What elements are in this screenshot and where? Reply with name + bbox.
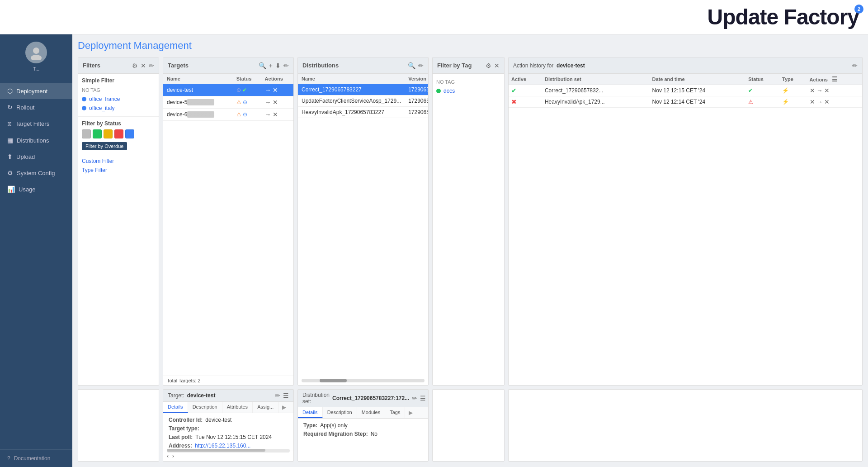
sidebar-item-distributions[interactable]: ▦ Distributions xyxy=(0,132,72,148)
france-dot xyxy=(82,97,86,101)
dist-version: 172906578322... xyxy=(405,107,428,118)
target-arrow-btn[interactable]: → xyxy=(265,86,271,94)
filters-settings-icon[interactable]: ⚙ xyxy=(132,62,138,69)
dist-name: HeavyInvalidApk_1729065783227 xyxy=(298,107,405,118)
custom-filter-link[interactable]: Custom Filter xyxy=(82,157,155,166)
status-red-btn[interactable] xyxy=(114,129,123,138)
distributions-edit-icon[interactable]: ✏ xyxy=(418,62,424,69)
docs-label: docs xyxy=(443,88,455,94)
col-status: Status xyxy=(745,74,779,85)
active-check-icon: ✔ xyxy=(511,87,517,94)
distribution-detail-panel: Distribution set: Correct_1729065783227:… xyxy=(297,389,429,462)
sidebar-item-system-config[interactable]: ⚙ System Config xyxy=(0,165,72,181)
status-yellow-btn[interactable] xyxy=(104,129,113,138)
distributions-panel: Distributions 🔍 ✏ Name Version xyxy=(297,57,429,386)
action-history-table: Active Distribution set Date and time St… xyxy=(509,74,862,108)
target-detail-edit-icon[interactable]: ✏ xyxy=(275,392,280,399)
status-warn-icon: ⚠ xyxy=(236,99,241,105)
table-row[interactable]: Correct_1729065783227 172906578322... xyxy=(298,84,428,95)
action-delete-btn[interactable]: ✕ xyxy=(824,87,830,94)
filter-overdue-btn[interactable]: Filter by Overdue xyxy=(82,142,127,150)
table-row[interactable]: ✖ HeavyInvalidApk_1729... Nov 12 12:14 C… xyxy=(509,96,862,108)
action-delete-btn[interactable]: ✕ xyxy=(824,98,830,105)
table-row[interactable]: device-test ⊙ ✔ → ✕ xyxy=(163,84,293,96)
horizontal-scrollbar[interactable] xyxy=(302,379,425,382)
dist-detail-list-icon[interactable]: ☰ xyxy=(420,395,426,402)
tab-dist-tags[interactable]: Tags xyxy=(385,407,405,418)
sidebar-item-deployment[interactable]: ⬡ Deployment xyxy=(0,83,72,99)
scroll-right-icon[interactable]: › xyxy=(172,453,174,459)
tab-dist-more-icon[interactable]: ▶ xyxy=(405,407,416,418)
target-delete-btn[interactable]: ✕ xyxy=(273,111,278,118)
action-cancel-btn[interactable]: ✕ xyxy=(810,87,815,94)
tag-close-icon[interactable]: ✕ xyxy=(494,62,500,69)
distributions-icon: ▦ xyxy=(7,137,13,144)
dist-value: Correct_1729065783227:172... xyxy=(332,395,409,401)
main-layout: T... ⬡ Deployment ↻ Rollout ⧖ Target Fil… xyxy=(0,34,868,467)
detail-field: Target type: xyxy=(169,425,288,432)
target-delete-btn[interactable]: ✕ xyxy=(273,99,278,106)
filters-clear-icon[interactable]: ✕ xyxy=(141,62,146,69)
targets-download-icon[interactable]: ⬇ xyxy=(275,62,281,69)
sidebar-item-usage[interactable]: 📊 Usage xyxy=(0,181,72,197)
tab-dist-description[interactable]: Description xyxy=(323,407,357,418)
filter-office-italy[interactable]: office_italy xyxy=(82,104,155,113)
tab-description[interactable]: Description xyxy=(188,402,222,413)
dist-detail-edit-icon[interactable]: ✏ xyxy=(412,395,417,402)
targets-table: Name Status Actions device-test ⊙ ✔ xyxy=(163,74,293,121)
action-menu-icon[interactable]: ☰ xyxy=(832,76,838,83)
status-gray-btn[interactable] xyxy=(82,129,91,138)
tab-dist-modules[interactable]: Modules xyxy=(357,407,386,418)
notification-badge[interactable]: 2 xyxy=(854,5,863,14)
target-detail-list-icon[interactable]: ☰ xyxy=(283,392,289,399)
action-arrow-btn[interactable]: → xyxy=(816,87,823,94)
status-green-btn[interactable] xyxy=(93,129,102,138)
target-arrow-btn[interactable]: → xyxy=(265,99,271,106)
tab-details[interactable]: Details xyxy=(163,402,188,413)
tab-more-icon[interactable]: ▶ xyxy=(278,402,290,413)
targets-add-icon[interactable]: + xyxy=(269,62,273,69)
targets-search-icon[interactable]: 🔍 xyxy=(259,62,266,69)
filters-edit-icon[interactable]: ✏ xyxy=(149,62,154,69)
sidebar-item-target-filters[interactable]: ⧖ Target Filters xyxy=(0,115,72,132)
status-colors xyxy=(82,129,155,138)
dist-detail-header: Distribution set: Correct_1729065783227:… xyxy=(298,390,428,407)
sidebar-item-rollout[interactable]: ↻ Rollout xyxy=(0,99,72,115)
targets-edit-icon[interactable]: ✏ xyxy=(283,62,289,69)
field-address-value[interactable]: http://165.22.135.160... xyxy=(195,443,250,448)
action-detail-panel xyxy=(508,389,863,462)
table-row[interactable]: UpdateFactoryClientServiceAosp_1729... 1… xyxy=(298,95,428,107)
filter-office-france[interactable]: office_france xyxy=(82,95,155,104)
action-history-edit-icon[interactable]: ✏ xyxy=(852,62,858,69)
tab-assig[interactable]: Assig... xyxy=(253,402,278,413)
table-row[interactable]: device-6xxxxxxxxxx ⚠ ⊙ → ✕ xyxy=(163,109,293,121)
table-row[interactable]: device-5xxxxxxxxxx ⚠ ⊙ → ✕ xyxy=(163,96,293,109)
tag-settings-icon[interactable]: ⚙ xyxy=(486,62,491,69)
target-name: device-5xxxxxxxxxx xyxy=(163,96,233,109)
target-delete-btn[interactable]: ✕ xyxy=(273,86,278,94)
distributions-search-icon[interactable]: 🔍 xyxy=(408,62,415,69)
status-blue-btn[interactable] xyxy=(125,129,134,138)
scroll-left-icon[interactable]: ‹ xyxy=(167,453,169,459)
documentation-link[interactable]: ? Documentation xyxy=(0,449,72,467)
target-arrow-btn[interactable]: → xyxy=(265,111,271,118)
tab-dist-details[interactable]: Details xyxy=(298,407,323,418)
action-active-status: ✔ xyxy=(509,85,542,96)
action-cancel-btn[interactable]: ✕ xyxy=(810,98,815,105)
distributions-title: Distributions xyxy=(302,62,339,69)
action-arrow-btn[interactable]: → xyxy=(816,98,823,105)
italy-label: office_italy xyxy=(89,105,114,111)
dist-col-name: Name xyxy=(298,74,405,84)
sidebar-nav: ⬡ Deployment ↻ Rollout ⧖ Target Filters … xyxy=(0,79,72,449)
upload-icon: ⬆ xyxy=(7,153,13,160)
sidebar-item-upload[interactable]: ⬆ Upload xyxy=(0,148,72,165)
target-status: ⚠ ⊙ xyxy=(233,109,261,121)
target-row-actions: → ✕ xyxy=(261,84,293,96)
table-row[interactable]: HeavyInvalidApk_1729065783227 1729065783… xyxy=(298,107,428,118)
dist-version: 172906578322... xyxy=(405,95,428,107)
target-detail-panel xyxy=(78,389,159,462)
tab-attributes[interactable]: Attributes xyxy=(222,402,253,413)
tag-docs[interactable]: docs xyxy=(436,86,500,95)
type-filter-link[interactable]: Type Filter xyxy=(82,166,155,175)
table-row[interactable]: ✔ Correct_17290657832... Nov 12 12:15 CE… xyxy=(509,85,862,96)
